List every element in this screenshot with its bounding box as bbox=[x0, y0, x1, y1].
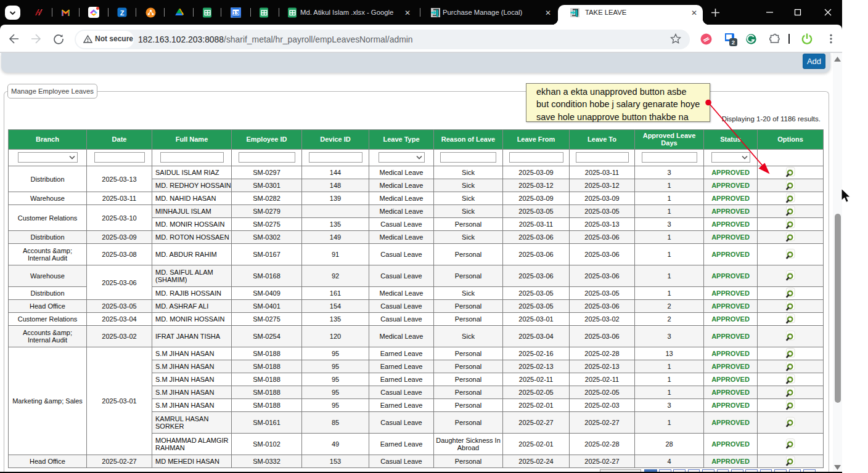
svg-text:Z: Z bbox=[120, 9, 125, 17]
svg-text:13: 13 bbox=[232, 10, 239, 16]
svg-text:2: 2 bbox=[732, 39, 735, 46]
